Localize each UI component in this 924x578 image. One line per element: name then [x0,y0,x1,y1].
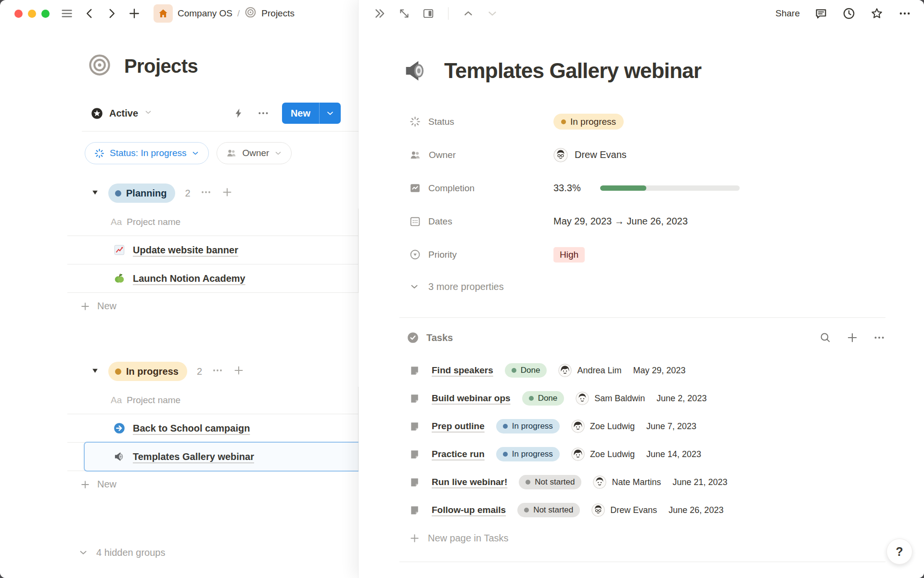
page-title[interactable]: Projects [124,55,198,77]
new-button-dropdown[interactable] [319,103,341,124]
table-row[interactable]: Update website banner [67,236,358,264]
task-date[interactable]: June 21, 2023 [673,477,728,487]
breadcrumb-workspace[interactable]: Company OS [178,8,232,19]
task-assignee[interactable]: Nate Martins [593,475,661,489]
previous-page-icon[interactable] [462,7,475,20]
favorite-star-icon[interactable] [870,7,884,20]
property-row-priority[interactable]: Priority High [399,238,886,271]
task-status-pill[interactable]: In progress [496,447,560,461]
column-header[interactable]: Aa Project name [67,209,358,236]
task-title-link[interactable]: Build webinar ops [432,393,511,404]
page-icon [409,505,420,516]
add-project-row[interactable]: New [67,293,359,319]
task-status-pill[interactable]: In progress [496,419,560,434]
minimize-window-button[interactable] [28,10,36,18]
property-row-status[interactable]: Status In progress [399,105,886,138]
column-header[interactable]: Aa Project name [67,387,358,414]
home-icon[interactable] [154,4,173,23]
assignee-name: Andrea Lim [577,366,621,376]
collapse-triangle-icon[interactable] [91,189,99,198]
status-pill[interactable]: In progress [553,114,624,130]
comments-icon[interactable] [814,7,828,20]
property-row-completion[interactable]: Completion 33.3% [399,171,886,205]
tasks-options-ellipsis-icon[interactable] [873,331,886,344]
add-task-icon[interactable] [846,331,859,344]
zoom-window-button[interactable] [41,10,50,18]
group-ellipsis-icon[interactable] [212,365,223,378]
project-title-link[interactable]: Launch Notion Academy [133,273,245,284]
task-title-link[interactable]: Run live webinar! [432,477,507,487]
speaker-page-icon[interactable] [402,57,430,85]
filter-chip-owner[interactable]: Owner [217,142,292,164]
collapse-triangle-icon[interactable] [91,367,99,376]
project-title-link[interactable]: Templates Gallery webinar [133,451,254,462]
task-assignee[interactable]: Sam Baldwin [576,392,645,405]
task-row[interactable]: Run live webinar! Not started Nate Marti… [399,468,886,496]
more-options-ellipsis-icon[interactable] [898,7,911,20]
project-title-link[interactable]: Update website banner [133,245,238,256]
hidden-groups-toggle[interactable]: 4 hidden groups [78,544,359,561]
task-date[interactable]: May 29, 2023 [633,366,685,376]
group-ellipsis-icon[interactable] [200,186,212,200]
close-window-button[interactable] [14,10,23,18]
view-tab-active[interactable]: Active [90,107,153,120]
add-project-row[interactable]: New [67,471,359,498]
task-assignee[interactable]: Drew Evans [591,503,657,517]
new-button-label[interactable]: New [282,103,319,124]
task-status: Not started [535,477,575,487]
task-status-pill[interactable]: Not started [519,475,581,489]
task-row[interactable]: Follow-up emails Not started Drew Evans … [399,496,886,524]
task-row[interactable]: Practice run In progress Zoe Ludwig June… [399,440,886,468]
task-assignee[interactable]: Zoe Ludwig [571,420,635,433]
task-title-link[interactable]: Prep outline [432,421,485,432]
property-row-owner[interactable]: Owner Drew Evans [399,138,886,171]
automations-lightning-icon[interactable] [233,107,244,119]
search-icon[interactable] [819,331,832,344]
task-row[interactable]: Find speakers Done Andrea Lim May 29, 20… [399,356,886,384]
new-project-button[interactable]: New [282,103,341,124]
task-status-pill[interactable]: Not started [517,503,580,517]
group-pill-planning[interactable]: Planning [108,184,175,203]
peek-page-title[interactable]: Templates Gallery webinar [444,59,701,83]
sidebar-menu-icon[interactable] [60,7,74,20]
task-row[interactable]: Build webinar ops Done Sam Baldwin June … [399,384,886,412]
new-tab-icon[interactable] [128,7,141,20]
task-date[interactable]: June 2, 2023 [656,394,706,404]
project-title-link[interactable]: Back to School campaign [133,423,250,434]
task-assignee[interactable]: Andrea Lim [558,364,621,377]
task-date[interactable]: June 26, 2023 [668,505,723,515]
tasks-title[interactable]: Tasks [426,332,453,343]
help-button[interactable]: ? [886,539,912,565]
view-options-ellipsis-icon[interactable] [257,107,270,119]
task-assignee[interactable]: Zoe Ludwig [571,447,635,461]
priority-tag[interactable]: High [553,247,585,263]
task-status-pill[interactable]: Done [505,363,547,378]
table-row[interactable]: Launch Notion Academy [67,264,358,293]
breadcrumb-page[interactable]: Projects [261,8,295,19]
task-title-link[interactable]: Find speakers [432,365,493,376]
group-add-icon[interactable] [221,186,233,200]
table-row-selected[interactable]: Templates Gallery webinar [67,443,358,471]
task-status-pill[interactable]: Done [522,391,565,406]
group-add-icon[interactable] [233,365,244,378]
share-button[interactable]: Share [775,8,800,19]
side-peek-icon[interactable] [422,7,435,20]
close-peek-icon[interactable] [373,7,386,20]
back-button[interactable] [83,7,96,20]
task-title-link[interactable]: Follow-up emails [432,505,506,515]
property-row-dates[interactable]: Dates May 29, 2023 → June 26, 2023 [399,205,886,238]
task-title-link[interactable]: Practice run [432,449,485,460]
forward-button[interactable] [105,7,118,20]
table-row[interactable]: Back to School campaign [67,414,358,443]
more-properties-toggle[interactable]: 3 more properties [399,273,886,300]
history-clock-icon[interactable] [842,7,856,20]
task-row[interactable]: Prep outline In progress Zoe Ludwig June… [399,412,886,440]
next-page-icon[interactable] [486,7,499,20]
task-date[interactable]: June 7, 2023 [646,421,696,432]
group-pill-in-progress[interactable]: In progress [108,362,187,381]
projects-page-target-icon[interactable] [88,53,112,79]
task-date[interactable]: June 14, 2023 [646,449,701,460]
expand-page-icon[interactable] [398,7,411,20]
new-page-in-tasks-button[interactable]: New page in Tasks [399,524,886,552]
filter-chip-status[interactable]: Status: In progress [85,142,209,164]
